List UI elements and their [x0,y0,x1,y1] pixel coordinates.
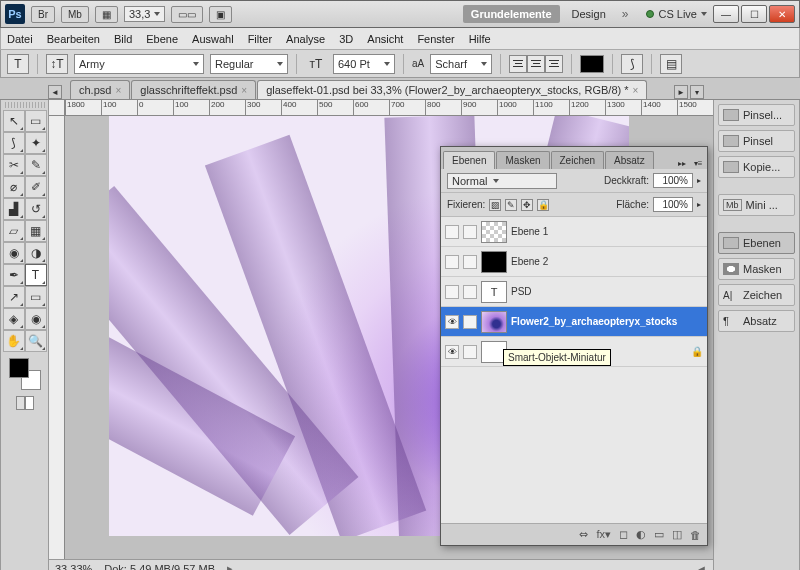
warp-text-button[interactable]: ⟆ [621,54,643,74]
doc-tab-2[interactable]: glasschrifteffekt.psd× [131,80,256,99]
doc-tab-1[interactable]: ch.psd× [70,80,130,99]
doc-tab-3[interactable]: glaseffekt-01.psd bei 33,3% (Flower2_by_… [257,80,647,99]
tab-absatz[interactable]: Absatz [605,151,654,169]
palette-grip[interactable] [5,102,45,108]
eraser-tool[interactable]: ▱ [3,220,25,242]
menu-bearbeiten[interactable]: Bearbeiten [47,33,100,45]
menu-filter[interactable]: Filter [248,33,272,45]
dodge-tool[interactable]: ◑ [25,242,47,264]
history-brush-tool[interactable]: ↺ [25,198,47,220]
menu-bild[interactable]: Bild [114,33,132,45]
workspace-more-icon[interactable]: » [618,4,633,24]
menu-ansicht[interactable]: Ansicht [367,33,403,45]
layer-name[interactable]: Ebene 1 [511,226,703,237]
shape-tool[interactable]: ▭ [25,286,47,308]
text-orientation-button[interactable]: ↕T [46,54,68,74]
link-toggle[interactable] [463,285,477,299]
close-icon[interactable]: × [241,85,247,96]
lock-transparency-button[interactable]: ▨ [489,199,501,211]
workspace-design[interactable]: Design [566,5,612,23]
close-button[interactable]: ✕ [769,5,795,23]
tab-scroll-right[interactable]: ►▾ [674,85,704,99]
lock-all-button[interactable]: 🔒 [537,199,549,211]
layers-panel[interactable]: Ebenen Masken Zeichen Absatz ▸▸▾≡ Normal… [440,146,708,546]
blend-mode-dropdown[interactable]: Normal [447,173,557,189]
panel-pinsel[interactable]: Pinsel [718,130,795,152]
eyedropper-tool[interactable]: ✎ [25,154,47,176]
minimize-button[interactable]: — [713,5,739,23]
pen-tool[interactable]: ✒ [3,264,25,286]
layer-thumbnail[interactable] [481,311,507,333]
panel-kopie[interactable]: Kopie... [718,156,795,178]
menu-ebene[interactable]: Ebene [146,33,178,45]
text-color-swatch[interactable] [580,55,604,73]
visibility-toggle[interactable] [445,255,459,269]
link-toggle[interactable] [463,315,477,329]
crop-tool[interactable]: ✂ [3,154,25,176]
heal-tool[interactable]: ⌀ [3,176,25,198]
layer-name[interactable]: PSD [511,286,703,297]
menu-fenster[interactable]: Fenster [417,33,454,45]
opacity-input[interactable]: 100% [653,173,693,188]
visibility-toggle[interactable] [445,345,459,359]
tab-zeichen[interactable]: Zeichen [551,151,605,169]
quick-mask-toggle[interactable] [16,396,34,410]
panel-masken[interactable]: Masken [718,258,795,280]
panel-pinsel-presets[interactable]: Pinsel... [718,104,795,126]
magic-wand-tool[interactable]: ✦ [25,132,47,154]
link-toggle[interactable] [463,255,477,269]
status-menu-icon[interactable]: ▸ [227,562,233,570]
font-family-dropdown[interactable]: Army [74,54,204,74]
adjustment-layer-button[interactable]: ◐ [636,528,646,541]
layer-thumbnail[interactable] [481,221,507,243]
new-layer-button[interactable]: ◫ [672,528,682,541]
menu-analyse[interactable]: Analyse [286,33,325,45]
cs-live-button[interactable]: CS Live [646,8,707,20]
panel-absatz[interactable]: ¶Absatz [718,310,795,332]
close-icon[interactable]: × [633,85,639,96]
fill-input[interactable]: 100% [653,197,693,212]
workspace-selected[interactable]: Grundelemente [463,5,560,23]
layer-fx-button[interactable]: fx▾ [596,528,611,541]
tab-scroll-left[interactable]: ◄ [48,85,62,99]
status-doc-size[interactable]: Dok: 5,49 MB/9,57 MB [104,563,215,571]
layer-name[interactable]: Ebene 2 [511,256,703,267]
visibility-toggle[interactable] [445,315,459,329]
layer-thumbnail[interactable]: T [481,281,507,303]
marquee-tool[interactable]: ▭ [25,110,47,132]
view-extras-button[interactable]: ▦ [95,6,118,23]
lock-pixels-button[interactable]: ✎ [505,199,517,211]
3d-camera-tool[interactable]: ◉ [25,308,47,330]
layer-row[interactable]: Ebene 1 [441,217,707,247]
link-toggle[interactable] [463,345,477,359]
layer-row-selected[interactable]: Flower2_by_archaeopteryx_stocks [441,307,707,337]
link-toggle[interactable] [463,225,477,239]
panel-zeichen[interactable]: A|Zeichen [718,284,795,306]
panel-menu-icon[interactable]: ▾≡ [691,157,705,169]
character-panel-button[interactable]: ▤ [660,54,682,74]
gradient-tool[interactable]: ▦ [25,220,47,242]
layer-group-button[interactable]: ▭ [654,528,664,541]
stamp-tool[interactable]: ▟ [3,198,25,220]
opacity-slider-icon[interactable]: ▸ [697,176,701,185]
3d-tool[interactable]: ◈ [3,308,25,330]
arrange-button[interactable]: ▭▭ [171,6,203,23]
brush-tool[interactable]: ✐ [25,176,47,198]
scroll-left-icon[interactable]: ◄ [696,563,707,571]
maximize-button[interactable]: ☐ [741,5,767,23]
close-icon[interactable]: × [115,85,121,96]
fill-slider-icon[interactable]: ▸ [697,200,701,209]
zoom-dropdown[interactable]: 33,3 [124,6,165,22]
hand-tool[interactable]: ✋ [3,330,25,352]
panel-minibridge[interactable]: MbMini ... [718,194,795,216]
layer-row[interactable]: T PSD [441,277,707,307]
status-zoom[interactable]: 33,33% [55,563,92,571]
zoom-tool[interactable]: 🔍 [25,330,47,352]
lock-position-button[interactable]: ✥ [521,199,533,211]
text-align-group[interactable] [509,55,563,73]
antialias-dropdown[interactable]: Scharf [430,54,492,74]
move-tool[interactable]: ↖ [3,110,25,132]
menu-datei[interactable]: Datei [7,33,33,45]
link-layers-button[interactable]: ⇔ [579,528,588,541]
visibility-toggle[interactable] [445,225,459,239]
